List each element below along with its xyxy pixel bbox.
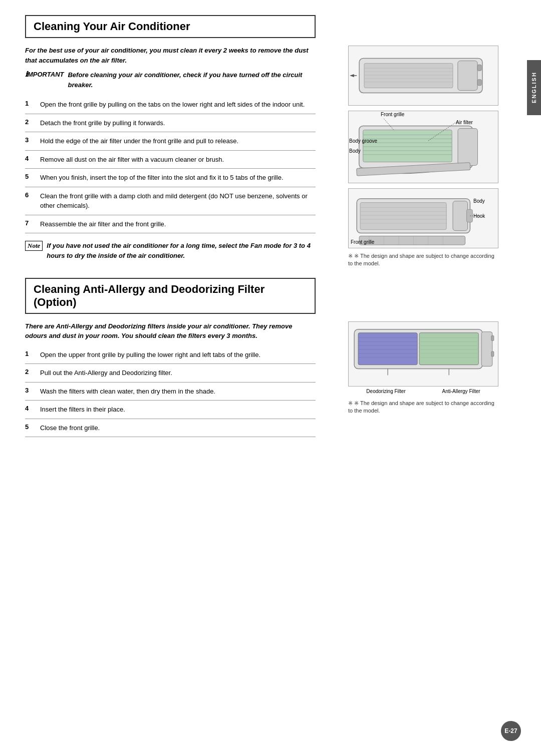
step-item-1: 1 Open the front grille by pulling on th… <box>25 96 316 114</box>
s2-step-text-4: Insert the filters in their place. <box>40 405 125 415</box>
section2-intro: There are Anti-Allergy and Deodorizing f… <box>25 321 316 341</box>
svg-rect-30 <box>359 236 465 245</box>
step-item-6: 6 Clean the front grille with a damp clo… <box>25 187 316 215</box>
step-number-5: 5 <box>25 173 33 180</box>
important-badge: ℹMPORTANT <box>25 70 64 78</box>
step-item-2: 2 Detach the front grille by pulling it … <box>25 114 316 133</box>
section1-steps: 1 Open the front grille by pulling on th… <box>25 96 316 233</box>
step-number-2: 2 <box>25 118 33 126</box>
important-text: Before cleaning your air conditioner, ch… <box>68 70 316 90</box>
s2-step-number-3: 3 <box>25 387 33 394</box>
section1-header: Cleaning Your Air Conditioner <box>25 15 316 38</box>
s2-step-item-1: 1 Open the upper front grille by pulling… <box>25 346 316 364</box>
diagram3-container: Body Hook Front grille <box>348 188 498 248</box>
step-text-3: Hold the edge of the air filter under th… <box>40 136 238 146</box>
svg-rect-19 <box>458 129 477 166</box>
svg-rect-22 <box>360 203 446 230</box>
step-item-4: 4 Remove all dust on the air filter with… <box>25 151 316 169</box>
section1-text-column: For the best use of your air conditioner… <box>25 46 316 268</box>
section1-disclaimer: ※ ※ The design and shape are subject to … <box>348 252 498 268</box>
svg-rect-54 <box>491 351 494 356</box>
diagram1 <box>348 46 498 106</box>
s2-step-text-3: Wash the filters with clean water, then … <box>40 387 215 397</box>
page-number-badge: E-27 <box>501 721 521 741</box>
section2-diagram <box>348 321 498 387</box>
step-item-7: 7 Reassemble the air filter and the fron… <box>25 215 316 234</box>
s2-step-text-5: Close the front grille. <box>40 423 100 433</box>
step-text-4: Remove all dust on the air filter with a… <box>40 155 224 165</box>
diagram3-wrapper: Body Hook Front grille ※ ※ The design an… <box>348 188 498 268</box>
s2-step-number-1: 1 <box>25 350 33 357</box>
step-text-1: Open the front grille by pulling on the … <box>40 100 305 110</box>
diagram3 <box>348 188 498 248</box>
svg-rect-52 <box>481 331 492 366</box>
diagram2-wrapper: Front grille Body groove Body Air filter <box>348 111 498 183</box>
svg-rect-28 <box>453 201 468 231</box>
step-text-6: Clean the front grille with a damp cloth… <box>40 191 316 211</box>
section2-diagram-wrapper: Deodorizing Filter Anti-Allergy Filter ※… <box>348 321 498 415</box>
section2-steps: 1 Open the upper front grille by pulling… <box>25 346 316 438</box>
filter-labels: Deodorizing Filter Anti-Allergy Filter <box>348 389 498 394</box>
section2-header: Cleaning Anti-Allergy and Deodorizing Fi… <box>25 278 316 314</box>
note-text: If you have not used the air conditioner… <box>47 241 316 260</box>
s2-step-text-1: Open the upper front grille by pulling t… <box>40 350 260 360</box>
step-number-3: 3 <box>25 136 33 144</box>
section1-intro: For the best use of your air conditioner… <box>25 46 316 65</box>
step-text-7: Reassemble the air filter and the front … <box>40 219 166 229</box>
section2-content: There are Anti-Allergy and Deodorizing f… <box>25 321 521 438</box>
step-number-6: 6 <box>25 191 33 199</box>
section1-images: Front grille Body groove Body Air filter <box>326 46 521 268</box>
note-badge: Note <box>25 241 43 251</box>
side-tab: ENGLISH <box>527 60 541 115</box>
section2-title: Cleaning Anti-Allergy and Deodorizing Fi… <box>34 283 307 309</box>
s2-step-item-3: 3 Wash the filters with clean water, the… <box>25 383 316 401</box>
label-anti-allergy: Anti-Allergy Filter <box>442 389 480 394</box>
section1-title: Cleaning Your Air Conditioner <box>34 20 307 33</box>
section2-diagram-container: Deodorizing Filter Anti-Allergy Filter <box>348 321 498 394</box>
step-item-5: 5 When you finish, insert the top of the… <box>25 169 316 187</box>
s2-step-text-2: Pull out the Anti-Allergy and Deodorizin… <box>40 368 172 378</box>
diagram2-container: Front grille Body groove Body Air filter <box>348 111 498 183</box>
svg-rect-8 <box>477 65 481 71</box>
step-number-4: 4 <box>25 155 33 162</box>
s2-step-number-4: 4 <box>25 405 33 412</box>
s2-step-item-4: 4 Insert the filters in their place. <box>25 401 316 419</box>
step-number-7: 7 <box>25 219 33 227</box>
page-number-label: E-27 <box>504 727 517 734</box>
step-text-5: When you finish, insert the top of the f… <box>40 173 284 183</box>
step-text-2: Detach the front grille by pulling it fo… <box>40 118 165 128</box>
s2-step-number-2: 2 <box>25 368 33 375</box>
important-note: ℹMPORTANT Before cleaning your air condi… <box>25 70 316 90</box>
page-container: ENGLISH Cleaning Your Air Conditioner Fo… <box>0 0 541 756</box>
step-number-1: 1 <box>25 100 33 107</box>
s2-step-item-2: 2 Pull out the Anti-Allergy and Deodoriz… <box>25 364 316 383</box>
svg-rect-29 <box>467 209 473 222</box>
note-block: Note If you have not used the air condit… <box>25 238 316 260</box>
section2-text-column: There are Anti-Allergy and Deodorizing f… <box>25 321 316 438</box>
section2: Cleaning Anti-Allergy and Deodorizing Fi… <box>25 278 521 438</box>
svg-rect-1 <box>364 63 453 88</box>
side-tab-label: ENGLISH <box>531 72 537 104</box>
diagram1-wrapper <box>348 46 498 106</box>
diagram2 <box>348 111 498 183</box>
section2-images: Deodorizing Filter Anti-Allergy Filter ※… <box>326 321 521 438</box>
step-item-3: 3 Hold the edge of the air filter under … <box>25 132 316 151</box>
svg-rect-9 <box>477 80 481 86</box>
section2-disclaimer: ※ ※ The design and shape are subject to … <box>348 400 498 415</box>
section1-content: For the best use of your air conditioner… <box>25 46 521 268</box>
svg-rect-7 <box>458 61 477 91</box>
svg-rect-53 <box>491 335 494 340</box>
label-deodorizing: Deodorizing Filter <box>366 389 405 394</box>
s2-step-item-5: 5 Close the front grille. <box>25 419 316 438</box>
s2-step-number-5: 5 <box>25 423 33 431</box>
